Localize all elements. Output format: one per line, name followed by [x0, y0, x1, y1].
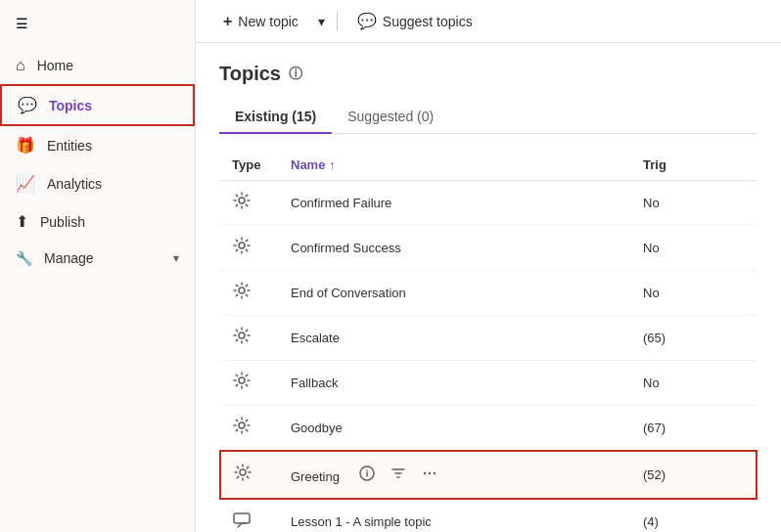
col-trigger: Trig: [631, 150, 757, 181]
tab-existing[interactable]: Existing (15): [219, 101, 332, 134]
svg-point-4: [239, 377, 245, 383]
home-icon: ⌂: [16, 57, 25, 74]
sidebar-item-manage-label: Manage: [44, 250, 94, 266]
suggest-topics-button[interactable]: 💬 Suggest topics: [345, 6, 484, 36]
sidebar-item-home-label: Home: [37, 58, 73, 73]
cell-trigger: No: [631, 226, 757, 271]
publish-icon: ⬆: [16, 212, 28, 231]
system-topic-icon: [233, 466, 253, 486]
cell-name[interactable]: Lesson 1 - A simple topic: [279, 499, 631, 532]
cell-trigger: (65): [631, 316, 757, 361]
row-actions: [355, 462, 441, 488]
page-title: Topics: [219, 63, 281, 85]
cell-name[interactable]: End of Conversation: [279, 271, 631, 316]
svg-point-3: [239, 332, 245, 338]
sidebar-item-manage[interactable]: 🔧 Manage ▾: [0, 241, 195, 276]
svg-point-10: [429, 472, 431, 474]
sidebar-item-topics[interactable]: 💬 Topics: [0, 84, 195, 126]
cell-trigger: No: [631, 361, 757, 406]
dropdown-chevron-icon: ▾: [318, 14, 325, 29]
sidebar-item-publish-label: Publish: [40, 214, 85, 230]
table-row[interactable]: FallbackNo: [220, 361, 757, 406]
content-area: Topics ⓘ Existing (15) Suggested (0) Typ…: [196, 43, 781, 532]
custom-topic-icon: [232, 513, 252, 532]
sidebar-item-entities[interactable]: 🎁 Entities: [0, 126, 195, 164]
new-topic-label: New topic: [238, 14, 298, 29]
row-info-button[interactable]: [355, 462, 379, 488]
suggest-icon: 💬: [357, 12, 377, 30]
manage-icon: 🔧: [16, 250, 32, 266]
table-row[interactable]: Escalate(65): [220, 316, 757, 361]
tabs: Existing (15) Suggested (0): [219, 101, 758, 134]
svg-point-0: [239, 198, 245, 203]
cell-type: [220, 499, 279, 532]
sidebar-item-entities-label: Entities: [47, 138, 92, 154]
sidebar-item-publish[interactable]: ⬆ Publish: [0, 202, 195, 241]
table-row[interactable]: End of ConversationNo: [220, 271, 757, 316]
manage-chevron-icon: ▾: [173, 251, 179, 265]
new-topic-button[interactable]: + New topic: [211, 7, 310, 36]
svg-point-2: [239, 288, 245, 293]
table-row[interactable]: Lesson 1 - A simple topic(4): [220, 499, 757, 532]
cell-name[interactable]: Confirmed Failure: [279, 181, 631, 226]
svg-point-5: [239, 422, 245, 428]
page-title-row: Topics ⓘ: [219, 63, 758, 85]
cell-trigger: (67): [631, 406, 757, 452]
svg-point-9: [424, 472, 426, 474]
system-topic-icon: [232, 195, 252, 214]
svg-rect-12: [234, 513, 250, 523]
col-type: Type: [220, 150, 279, 181]
svg-point-8: [366, 469, 368, 471]
cell-name[interactable]: Fallback: [279, 361, 631, 406]
suggest-topics-label: Suggest topics: [383, 14, 473, 29]
cell-name[interactable]: Confirmed Success: [279, 226, 631, 271]
cell-type: [220, 451, 279, 499]
table-row[interactable]: Goodbye(67): [220, 406, 757, 452]
tab-existing-label: Existing (15): [235, 109, 316, 124]
sidebar: ☰ ⌂ Home 💬 Topics 🎁 Entities 📈 Analytics…: [0, 0, 196, 532]
analytics-icon: 📈: [16, 174, 35, 193]
cell-name[interactable]: Goodbye: [279, 406, 631, 452]
row-more-button[interactable]: [418, 462, 441, 488]
plus-icon: +: [223, 13, 232, 30]
cell-trigger: No: [631, 271, 757, 316]
topics-table: Type Name ↑ Trig Confirmed FailureNo Con…: [219, 150, 758, 532]
toolbar: + New topic ▾ 💬 Suggest topics: [196, 0, 781, 43]
cell-type: [220, 316, 279, 361]
hamburger-menu[interactable]: ☰: [0, 8, 195, 47]
cell-type: [220, 406, 279, 452]
tab-suggested[interactable]: Suggested (0): [332, 101, 449, 134]
cell-trigger: No: [631, 181, 757, 226]
system-topic-icon: [232, 375, 252, 394]
cell-type: [220, 361, 279, 406]
manage-left: 🔧 Manage: [16, 250, 94, 266]
table-row[interactable]: Greeting(52): [220, 451, 757, 499]
col-name[interactable]: Name ↑: [279, 150, 631, 181]
cell-trigger: (52): [631, 451, 757, 499]
menu-icon: ☰: [16, 16, 28, 31]
cell-trigger: (4): [631, 499, 757, 532]
tab-suggested-label: Suggested (0): [347, 109, 434, 124]
svg-point-1: [239, 243, 245, 248]
svg-point-11: [434, 472, 436, 474]
entities-icon: 🎁: [16, 136, 35, 155]
system-topic-icon: [232, 240, 252, 259]
table-row[interactable]: Confirmed SuccessNo: [220, 226, 757, 271]
system-topic-icon: [232, 420, 252, 439]
main-content: + New topic ▾ 💬 Suggest topics Topics ⓘ …: [196, 0, 781, 532]
cell-type: [220, 271, 279, 316]
svg-point-6: [240, 469, 246, 475]
new-topic-dropdown[interactable]: ▾: [314, 8, 329, 35]
row-filter-button[interactable]: [387, 462, 410, 488]
sidebar-item-analytics[interactable]: 📈 Analytics: [0, 164, 195, 202]
sidebar-item-topics-label: Topics: [49, 98, 92, 113]
table-row[interactable]: Confirmed FailureNo: [220, 181, 757, 226]
system-topic-icon: [232, 285, 252, 304]
toolbar-divider: [337, 12, 338, 31]
sidebar-item-home[interactable]: ⌂ Home: [0, 47, 195, 84]
info-icon[interactable]: ⓘ: [289, 66, 302, 83]
sidebar-item-analytics-label: Analytics: [47, 176, 102, 192]
cell-name[interactable]: Greeting: [279, 451, 631, 499]
system-topic-icon: [232, 330, 252, 349]
cell-name[interactable]: Escalate: [279, 316, 631, 361]
